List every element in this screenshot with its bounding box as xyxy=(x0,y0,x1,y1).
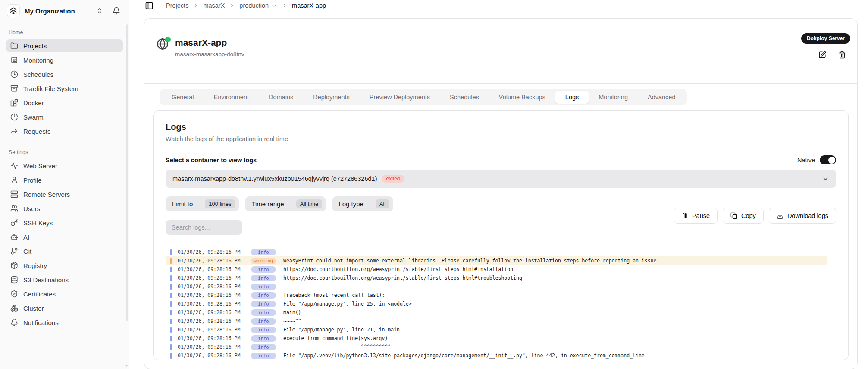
logs-panel: Logs Watch the logs of the application i… xyxy=(153,110,849,360)
log-level-bar xyxy=(170,310,172,315)
layers-icon xyxy=(10,7,17,14)
log-row: 01/30/26, 09:28:16 PM info https://doc.c… xyxy=(166,274,827,282)
bot-icon xyxy=(10,233,18,241)
log-level-bar xyxy=(170,267,172,272)
sidebar-toggle-icon[interactable] xyxy=(145,1,154,10)
breadcrumb-masarx[interactable]: masarX xyxy=(203,2,225,9)
tab-domains[interactable]: Domains xyxy=(259,91,303,104)
native-toggle[interactable] xyxy=(820,155,836,164)
delete-icon[interactable] xyxy=(838,51,846,59)
filter-time-range[interactable]: Time range All time xyxy=(245,196,326,211)
sidebar-item-notifications[interactable]: Notifications xyxy=(6,316,123,329)
bell-icon[interactable] xyxy=(113,7,120,15)
chevrons-up-down-icon[interactable] xyxy=(96,7,103,14)
tabs-row: General Environment Domains Deployments … xyxy=(144,84,857,105)
tab-deployments[interactable]: Deployments xyxy=(303,91,360,104)
tabs-list: General Environment Domains Deployments … xyxy=(160,89,687,105)
tab-general[interactable]: General xyxy=(162,91,204,104)
log-message: File "/app/manage.py", line 21, in main xyxy=(283,327,400,333)
sidebar-item-cluster[interactable]: Cluster xyxy=(6,302,123,315)
tab-logs[interactable]: Logs xyxy=(555,91,589,104)
app-root: My Organization Home Projects Monitoring… xyxy=(0,0,868,369)
breadcrumb-projects[interactable]: Projects xyxy=(166,2,188,9)
sidebar-item-swarm[interactable]: Swarm xyxy=(6,110,123,123)
sidebar-item-remote-servers[interactable]: Remote Servers xyxy=(6,188,123,201)
chevron-right-icon xyxy=(282,3,288,9)
folder-icon xyxy=(10,42,18,50)
container-select-label: Select a container to view logs xyxy=(166,157,257,164)
log-row: 01/30/26, 09:28:16 PM info ~~~~^^ xyxy=(166,317,827,325)
download-logs-button[interactable]: Download logs xyxy=(769,208,836,224)
organization-logo[interactable] xyxy=(7,4,20,17)
log-message: WeasyPrint could not import some externa… xyxy=(283,258,659,264)
log-level-badge: info xyxy=(251,335,276,342)
activity-icon xyxy=(10,162,18,170)
copy-button[interactable]: Copy xyxy=(723,208,764,224)
forward-icon xyxy=(10,127,18,135)
container-select[interactable]: masarx-masarxapp-do8tnv.1.yrwlux5xkuzb01… xyxy=(166,170,836,188)
application-card: masarX-app masarx-masarxapp-do8tnv Dokpl… xyxy=(144,18,858,369)
pause-button[interactable]: Pause xyxy=(674,208,718,224)
sidebar-item-profile[interactable]: Profile xyxy=(6,173,123,186)
sidebar-nav: Home Projects Monitoring Schedules Traef… xyxy=(0,19,129,329)
log-timestamp: 01/30/26, 09:28:16 PM xyxy=(178,292,251,298)
logs-description: Watch the logs of the application in rea… xyxy=(166,136,836,142)
breadcrumb-production[interactable]: production xyxy=(239,2,277,9)
log-row: 01/30/26, 09:28:16 PM warning WeasyPrint… xyxy=(166,256,827,265)
sidebar-scrollbar[interactable] xyxy=(126,24,128,321)
log-message: File "/app/manage.py", line 25, in <modu… xyxy=(283,301,412,307)
log-actions: Pause Copy Download logs xyxy=(674,208,836,224)
organization-name: My Organization xyxy=(25,7,75,15)
sidebar-item-s3-destinations[interactable]: S3 Destinations xyxy=(6,273,123,286)
tab-preview-deployments[interactable]: Preview Deployments xyxy=(360,91,440,104)
user-icon xyxy=(10,176,18,184)
search-logs-input[interactable] xyxy=(166,220,242,235)
tab-monitoring[interactable]: Monitoring xyxy=(589,91,638,104)
sidebar-item-projects[interactable]: Projects xyxy=(6,39,123,52)
native-toggle-label: Native xyxy=(797,157,815,164)
sidebar-item-registry[interactable]: Registry xyxy=(6,259,123,272)
sidebar-item-ssh-keys[interactable]: SSH Keys xyxy=(6,216,123,229)
breadcrumb: Projects masarX production masarX-app xyxy=(166,2,326,9)
edit-icon[interactable] xyxy=(818,51,826,59)
log-level-badge: info xyxy=(251,266,276,273)
archive-icon xyxy=(10,85,18,92)
server-icon xyxy=(10,190,18,198)
tab-environment[interactable]: Environment xyxy=(204,91,259,104)
filter-log-type[interactable]: Log type All xyxy=(332,196,393,211)
log-row: 01/30/26, 09:28:16 PM info ~~~~~~~~~~~~~… xyxy=(166,343,827,351)
users-icon xyxy=(10,205,18,212)
clock-icon xyxy=(10,70,18,78)
sidebar-item-requests[interactable]: Requests xyxy=(6,125,123,138)
sidebar-item-schedules[interactable]: Schedules xyxy=(6,68,123,81)
blocks-icon xyxy=(10,99,18,107)
log-message: https://doc.courtbouillon.org/weasyprint… xyxy=(283,266,513,272)
log-level-badge: warning xyxy=(251,258,276,264)
tab-volume-backups[interactable]: Volume Backups xyxy=(489,91,555,104)
sidebar-item-certificates[interactable]: Certificates xyxy=(6,287,123,300)
log-timestamp: 01/30/26, 09:28:16 PM xyxy=(178,266,251,272)
topbar: Projects masarX production masarX-app xyxy=(129,0,868,11)
filter-limit-to[interactable]: Limit to 100 lines xyxy=(166,196,239,211)
tab-advanced[interactable]: Advanced xyxy=(638,91,686,104)
key-icon xyxy=(10,219,18,227)
app-id: masarx-masarxapp-do8tnv xyxy=(175,51,244,57)
breadcrumb-masarx-app[interactable]: masarX-app xyxy=(292,2,326,9)
sidebar-section-label: Settings xyxy=(0,139,129,158)
sidebar-item-git[interactable]: Git xyxy=(6,245,123,258)
log-row: 01/30/26, 09:28:16 PM info File "/app/ma… xyxy=(166,325,827,334)
sidebar-item-traefik-file-system[interactable]: Traefik File System xyxy=(6,82,123,95)
sidebar-item-web-server[interactable]: Web Server xyxy=(6,159,123,172)
sidebar-item-monitoring[interactable]: Monitoring xyxy=(6,54,123,66)
container-select-value: masarx-masarxapp-do8tnv.1.yrwlux5xkuzb01… xyxy=(172,175,377,182)
sidebar-scroll-down-arrow[interactable]: ▾ xyxy=(125,363,128,368)
log-level-bar xyxy=(170,284,172,290)
log-level-badge: info xyxy=(251,309,276,316)
tab-schedules[interactable]: Schedules xyxy=(440,91,489,104)
log-message: execute_from_command_line(sys.argv) xyxy=(283,335,388,341)
sidebar-item-ai[interactable]: AI xyxy=(6,230,123,243)
log-message: ----- xyxy=(283,249,298,255)
log-message: ~~~~~~~~~~~~~~~~~~~~~~~~~~^^^^^^^^^^ xyxy=(283,344,391,350)
sidebar-item-docker[interactable]: Docker xyxy=(6,96,123,109)
sidebar-item-users[interactable]: Users xyxy=(6,202,123,215)
